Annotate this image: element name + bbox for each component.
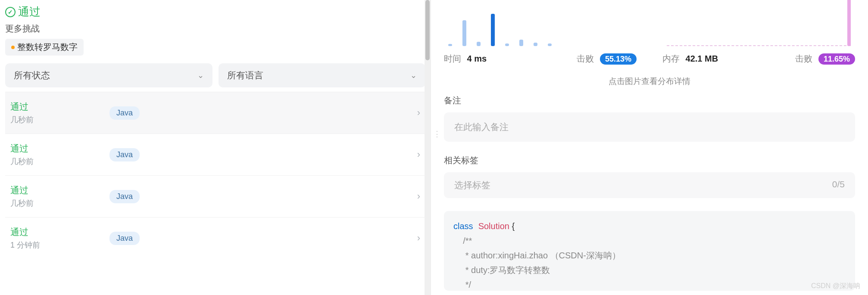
chevron-down-icon: ⌄: [197, 71, 204, 80]
submission-row[interactable]: 通过 几秒前 Java ›: [5, 175, 425, 217]
chart-bar: [477, 42, 481, 46]
submission-status: 通过: [10, 184, 109, 196]
tags-count: 0/5: [832, 179, 845, 191]
language-tag: Java: [109, 106, 140, 120]
language-filter-label: 所有语言: [227, 69, 263, 81]
metrics-row: 时间 4 ms 击败 55.13% 内存 42.1 MB 击败 11.65%: [444, 53, 855, 65]
chevron-right-icon: ›: [417, 191, 420, 202]
code-comment: /**: [453, 236, 472, 245]
language-tag: Java: [109, 190, 140, 203]
memory-chart[interactable]: [662, 4, 855, 50]
code-keyword: class: [453, 221, 473, 231]
tags-label: 相关标签: [444, 155, 855, 166]
submission-time: 几秒前: [10, 156, 109, 167]
submission-list: 通过 几秒前 Java › 通过 几秒前 Java › 通过 几秒前 Java …: [5, 92, 425, 259]
submission-row[interactable]: 通过 几秒前 Java ›: [5, 134, 425, 175]
code-comment: * author:xingHai.zhao （CSDN-深海呐）: [453, 251, 621, 260]
chart-bar: [548, 43, 552, 46]
chart-bar: [505, 43, 509, 46]
scrollbar[interactable]: [425, 0, 431, 295]
challenge-chip[interactable]: 整数转罗马数字: [5, 39, 84, 56]
memory-value: 42.1 MB: [686, 54, 718, 63]
memory-beat-pill: 11.65%: [818, 53, 855, 65]
submission-time: 1 分钟前: [10, 240, 109, 250]
chart-bar: [534, 43, 537, 46]
submission-time: 几秒前: [10, 198, 109, 208]
chart-hint[interactable]: 点击图片查看分布详情: [444, 76, 855, 87]
memory-metric: 内存 42.1 MB 击败 11.65%: [662, 53, 855, 65]
time-beat-pill: 55.13%: [600, 53, 637, 65]
scrollbar-thumb[interactable]: [425, 0, 430, 60]
more-challenges-label: 更多挑战: [5, 23, 425, 34]
chart-bar: [462, 20, 466, 46]
language-tag: Java: [109, 232, 140, 245]
notes-label: 备注: [444, 95, 855, 106]
chart-bar: [448, 44, 452, 46]
status-filter[interactable]: 所有状态 ⌄: [5, 63, 212, 87]
code-block[interactable]: class Solution { /** * author:xingHai.zh…: [444, 211, 855, 291]
code-class-name: Solution: [478, 221, 509, 231]
language-filter[interactable]: 所有语言 ⌄: [219, 63, 426, 87]
code-text: {: [509, 221, 515, 231]
chevron-right-icon: ›: [417, 149, 420, 160]
time-value: 4 ms: [467, 54, 487, 63]
pass-label: 通过: [18, 4, 41, 19]
checkmark-circle-icon: [5, 7, 16, 17]
performance-charts[interactable]: [444, 4, 855, 50]
baseline-icon: [667, 45, 851, 46]
chevron-down-icon: ⌄: [410, 71, 417, 80]
challenge-name: 整数转罗马数字: [17, 41, 78, 53]
difficulty-dot-icon: [11, 46, 15, 49]
submission-row[interactable]: 通过 1 分钟前 Java ›: [5, 217, 425, 259]
memory-label: 内存: [662, 54, 680, 63]
chart-bar: [519, 40, 523, 46]
time-label: 时间: [444, 54, 461, 63]
chevron-right-icon: ›: [417, 233, 420, 244]
submission-status: 通过: [10, 143, 109, 155]
detail-panel: 时间 4 ms 击败 55.13% 内存 42.1 MB 击败 11.65% 点…: [431, 0, 868, 295]
submission-time: 几秒前: [10, 115, 109, 125]
time-metric: 时间 4 ms 击败 55.13%: [444, 53, 637, 65]
chart-bar-active: [847, 0, 851, 46]
tags-placeholder: 选择标签: [454, 179, 490, 191]
language-tag: Java: [109, 148, 140, 161]
watermark: CSDN @深海呐: [811, 282, 860, 291]
time-beat-label: 击败: [577, 54, 594, 63]
time-chart[interactable]: [444, 4, 637, 50]
chevron-right-icon: ›: [417, 107, 420, 118]
pass-header: 通过: [5, 4, 425, 19]
filter-row: 所有状态 ⌄ 所有语言 ⌄: [5, 63, 425, 87]
chart-bar-active: [491, 14, 495, 46]
code-comment: * duty:罗马数字转整数: [453, 265, 550, 275]
notes-input[interactable]: 在此输入备注: [444, 112, 855, 142]
submission-status: 通过: [10, 226, 109, 238]
submission-status: 通过: [10, 101, 109, 113]
tags-input[interactable]: 选择标签 0/5: [444, 172, 855, 198]
code-comment: */: [453, 280, 471, 289]
submissions-panel: 通过 更多挑战 整数转罗马数字 所有状态 ⌄ 所有语言 ⌄ 通过 几秒前 Jav…: [0, 0, 431, 295]
memory-beat-label: 击败: [795, 54, 812, 63]
status-filter-label: 所有状态: [14, 69, 50, 81]
submission-row[interactable]: 通过 几秒前 Java ›: [5, 92, 425, 134]
